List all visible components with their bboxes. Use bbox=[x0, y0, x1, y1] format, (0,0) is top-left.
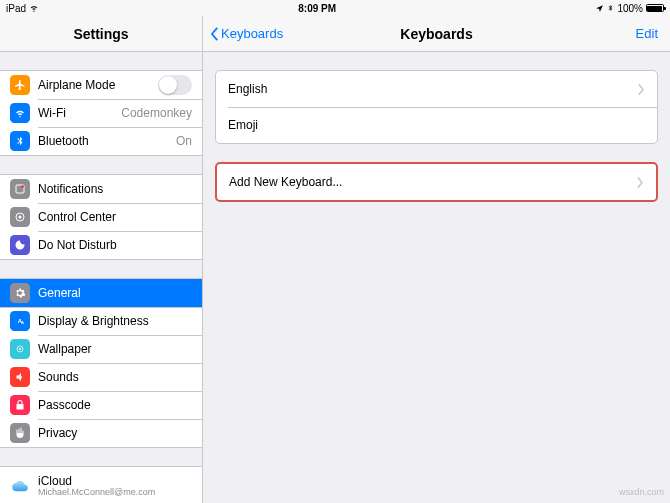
keyboard-row-emoji[interactable]: Emoji bbox=[216, 107, 657, 143]
battery-icon bbox=[646, 4, 664, 12]
row-label: Add New Keyboard... bbox=[229, 175, 637, 189]
hand-icon bbox=[10, 423, 30, 443]
sidebar-item-bluetooth[interactable]: Bluetooth On bbox=[0, 127, 202, 155]
chevron-right-icon bbox=[637, 177, 644, 188]
main-panel: Keyboards Keyboards Edit English Emoji bbox=[203, 16, 670, 503]
sidebar-item-privacy[interactable]: Privacy bbox=[0, 419, 202, 447]
sidebar-item-label: Sounds bbox=[38, 370, 192, 384]
cloud-icon bbox=[10, 475, 30, 495]
location-icon bbox=[595, 4, 604, 13]
container: Settings Airplane Mode Wi-Fi Codemonkey bbox=[0, 16, 670, 503]
sidebar-item-display[interactable]: AA Display & Brightness bbox=[0, 307, 202, 335]
add-new-keyboard-row[interactable]: Add New Keyboard... bbox=[217, 164, 656, 200]
display-icon: AA bbox=[10, 311, 30, 331]
device-label: iPad bbox=[6, 3, 26, 14]
svg-point-7 bbox=[19, 348, 21, 350]
sidebar-item-sounds[interactable]: Sounds bbox=[0, 363, 202, 391]
sidebar-item-general[interactable]: General bbox=[0, 279, 202, 307]
battery-percent: 100% bbox=[617, 3, 643, 14]
sidebar-item-passcode[interactable]: Passcode bbox=[0, 391, 202, 419]
sidebar-item-label: Bluetooth bbox=[38, 134, 176, 148]
svg-text:A: A bbox=[21, 320, 24, 325]
sidebar-item-notifications[interactable]: Notifications bbox=[0, 175, 202, 203]
sidebar-item-label: Display & Brightness bbox=[38, 314, 192, 328]
chevron-right-icon bbox=[638, 84, 645, 95]
sidebar-group: Airplane Mode Wi-Fi Codemonkey Bluetooth… bbox=[0, 70, 202, 156]
sidebar-item-label: Wallpaper bbox=[38, 342, 192, 356]
sidebar-title: Settings bbox=[0, 16, 202, 52]
sidebar-group: General AA Display & Brightness Wallpape… bbox=[0, 278, 202, 448]
sidebar-item-label: Control Center bbox=[38, 210, 192, 224]
controlcenter-icon bbox=[10, 207, 30, 227]
icloud-email: Michael.McConnell@me.com bbox=[38, 487, 155, 497]
label-wrap: iCloud Michael.McConnell@me.com bbox=[38, 474, 155, 497]
edit-button[interactable]: Edit bbox=[636, 16, 658, 51]
sidebar-item-controlcenter[interactable]: Control Center bbox=[0, 203, 202, 231]
main-body[interactable]: English Emoji Add New Keyboard... bbox=[203, 52, 670, 503]
sidebar-group: Notifications Control Center Do Not Dist… bbox=[0, 174, 202, 260]
keyboard-row-english[interactable]: English bbox=[216, 71, 657, 107]
sidebar-item-label: Privacy bbox=[38, 426, 192, 440]
sidebar-item-wallpaper[interactable]: Wallpaper bbox=[0, 335, 202, 363]
row-label: English bbox=[228, 82, 638, 96]
sidebar-body[interactable]: Airplane Mode Wi-Fi Codemonkey Bluetooth… bbox=[0, 52, 202, 503]
sidebar-group: iCloud Michael.McConnell@me.com bbox=[0, 466, 202, 503]
sidebar-item-label: iCloud bbox=[38, 474, 155, 488]
sidebar-item-airplane[interactable]: Airplane Mode bbox=[0, 71, 202, 99]
bluetooth-value: On bbox=[176, 134, 192, 148]
sidebar-item-dnd[interactable]: Do Not Disturb bbox=[0, 231, 202, 259]
airplane-icon bbox=[10, 75, 30, 95]
sidebar-item-label: Airplane Mode bbox=[38, 78, 158, 92]
sidebar-item-wifi[interactable]: Wi-Fi Codemonkey bbox=[0, 99, 202, 127]
wifi-icon bbox=[10, 103, 30, 123]
main-header: Keyboards Keyboards Edit bbox=[203, 16, 670, 52]
sidebar-item-label: Passcode bbox=[38, 398, 192, 412]
notifications-icon bbox=[10, 179, 30, 199]
sidebar: Settings Airplane Mode Wi-Fi Codemonkey bbox=[0, 16, 203, 503]
wifi-value: Codemonkey bbox=[121, 106, 192, 120]
wallpaper-icon bbox=[10, 339, 30, 359]
sounds-icon bbox=[10, 367, 30, 387]
svg-point-1 bbox=[21, 185, 24, 188]
gear-icon bbox=[10, 283, 30, 303]
moon-icon bbox=[10, 235, 30, 255]
back-label: Keyboards bbox=[221, 26, 283, 41]
sidebar-item-label: Notifications bbox=[38, 182, 192, 196]
svg-point-3 bbox=[19, 216, 22, 219]
wifi-icon bbox=[29, 3, 39, 13]
status-left: iPad bbox=[6, 3, 39, 14]
bluetooth-icon bbox=[10, 131, 30, 151]
bluetooth-icon bbox=[607, 3, 614, 13]
add-keyboard-group: Add New Keyboard... bbox=[215, 162, 658, 202]
row-label: Emoji bbox=[228, 118, 645, 132]
sidebar-item-label: General bbox=[38, 286, 192, 300]
keyboard-list-group: English Emoji bbox=[215, 70, 658, 144]
sidebar-item-label: Do Not Disturb bbox=[38, 238, 192, 252]
sidebar-item-icloud[interactable]: iCloud Michael.McConnell@me.com bbox=[0, 467, 202, 503]
page-title: Keyboards bbox=[400, 26, 472, 42]
back-button[interactable]: Keyboards bbox=[209, 16, 283, 51]
sidebar-item-label: Wi-Fi bbox=[38, 106, 121, 120]
status-time: 8:09 PM bbox=[298, 3, 336, 14]
watermark: wsxdn.com bbox=[619, 487, 664, 497]
lock-icon bbox=[10, 395, 30, 415]
status-bar: iPad 8:09 PM 100% bbox=[0, 0, 670, 16]
status-right: 100% bbox=[595, 3, 664, 14]
airplane-toggle[interactable] bbox=[158, 75, 192, 95]
